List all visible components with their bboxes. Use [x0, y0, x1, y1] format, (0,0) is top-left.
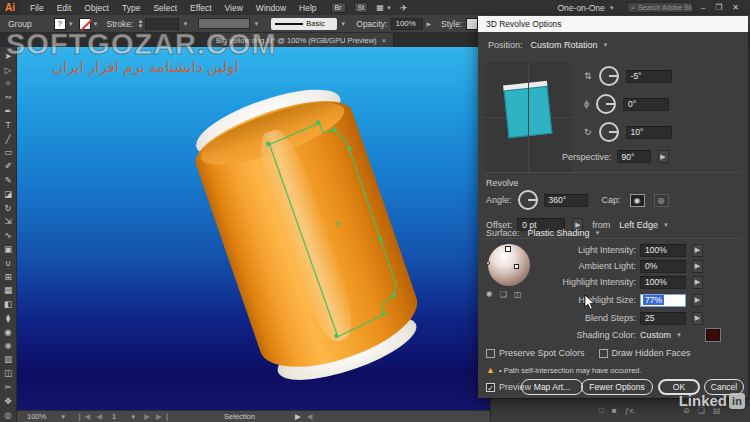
dialog-title[interactable]: 3D Revolve Options [478, 16, 748, 32]
tool-button[interactable]: ▷ [1, 63, 16, 77]
rotate-z-field[interactable]: 10° [626, 126, 672, 139]
menu-item[interactable]: Object [84, 3, 109, 13]
new-fill-icon[interactable]: ■ [612, 406, 617, 415]
track-cube-preview[interactable] [484, 62, 572, 172]
menu-item[interactable]: Help [299, 3, 316, 13]
track-cube[interactable] [504, 86, 553, 138]
stroke-chevron-icon[interactable]: ▼ [93, 21, 99, 27]
tool-button[interactable]: ✐ [1, 159, 16, 173]
tool-button[interactable]: ◫ [1, 366, 16, 380]
width-profile-chevron-icon[interactable]: ▼ [253, 21, 259, 27]
menu-item[interactable]: Window [256, 3, 286, 13]
cap-hollow-button[interactable]: ◎ [654, 194, 669, 207]
highlight-size-stepper[interactable]: ▶ [692, 294, 703, 307]
app-logo[interactable]: Ai [0, 0, 20, 15]
draw-hidden-checkbox[interactable] [599, 349, 608, 358]
menu-item[interactable]: Type [122, 3, 140, 13]
artboard-chevron-icon[interactable]: ▼ [130, 414, 136, 420]
workspace-switcher[interactable]: One-on-One ▼ [557, 3, 614, 13]
zoom-level[interactable]: 100% [27, 412, 46, 421]
tool-button[interactable]: ✥ [1, 394, 16, 408]
opacity-field[interactable]: 100% [391, 18, 423, 30]
shading-color-dropdown[interactable]: Custom ▼ [640, 330, 682, 340]
shading-color-swatch[interactable] [706, 329, 720, 341]
tool-button[interactable]: ⇲ [1, 215, 16, 229]
tool-button[interactable]: ◪ [1, 187, 16, 201]
highlight-size-field[interactable]: 77% [640, 294, 686, 307]
revolved-can-object[interactable] [184, 76, 431, 394]
close-button[interactable]: ✕ [732, 3, 739, 12]
perspective-field[interactable]: 90° [617, 150, 651, 163]
rotate-z-dial[interactable] [599, 122, 619, 142]
brush-chevron-icon[interactable]: ▼ [340, 21, 346, 27]
arrange-documents-icon[interactable]: ▦ ▼ [376, 3, 392, 12]
angle-field[interactable]: 360° [544, 194, 588, 207]
tool-button[interactable]: ∪ [1, 256, 16, 270]
map-art-button[interactable]: Map Art... [521, 379, 583, 395]
stroke-stepper[interactable]: ▲▼ [137, 19, 143, 29]
artboard-number[interactable]: 1 [112, 412, 116, 421]
surface-dropdown[interactable]: Plastic Shading ▼ [528, 228, 601, 238]
tool-button[interactable]: ◉ [1, 325, 16, 339]
bridge-button[interactable]: Br [331, 2, 346, 13]
tool-button[interactable]: ↻ [1, 201, 16, 215]
preview-checkbox[interactable]: ✓ [486, 383, 495, 392]
blend-steps-stepper[interactable]: ▶ [692, 312, 703, 325]
tool-button[interactable]: ▥ [1, 353, 16, 367]
tool-button[interactable]: ▭ [1, 146, 16, 160]
intensity-stepper[interactable]: ▶ [692, 276, 703, 289]
menu-item[interactable]: View [225, 3, 243, 13]
tool-button[interactable]: ∾ [1, 90, 16, 104]
tool-button[interactable]: T [1, 118, 16, 132]
tool-button[interactable]: ✒ [1, 104, 16, 118]
cap-solid-button[interactable]: ◉ [630, 194, 645, 207]
stroke-weight-chevron-icon[interactable]: ▼ [182, 21, 188, 27]
opacity-chevron-icon[interactable]: ▶ [426, 20, 431, 27]
search-input[interactable]: ⌕ Search Adobe Stock [627, 2, 693, 13]
intensity-stepper[interactable]: ▶ [692, 244, 703, 257]
tool-button[interactable]: ╱ [1, 132, 16, 146]
rotate-y-dial[interactable] [596, 94, 616, 114]
status-text[interactable]: Selection [224, 412, 255, 421]
preserve-spot-checkbox[interactable] [486, 349, 495, 358]
tool-button[interactable]: ✂ [1, 380, 16, 394]
tool-button[interactable]: ❋ [1, 339, 16, 353]
intensity-field[interactable]: 100% [640, 276, 686, 289]
menu-item[interactable]: Select [153, 3, 177, 13]
tool-button[interactable]: ⧫ [1, 311, 16, 325]
status-prev-icon[interactable]: ◀ [307, 412, 313, 421]
from-dropdown[interactable]: Left Edge ▼ [619, 220, 668, 230]
artboard-canvas[interactable] [17, 47, 490, 410]
tool-button[interactable]: ◧ [1, 297, 16, 311]
intensity-field[interactable]: 0% [640, 260, 686, 273]
blend-steps-field[interactable]: 25 [640, 312, 686, 325]
menu-item[interactable]: Edit [57, 3, 72, 13]
rotate-y-field[interactable]: 0° [623, 98, 669, 111]
perspective-stepper[interactable]: ▶ [658, 150, 669, 163]
new-effect-icon[interactable]: ƒx. [625, 406, 636, 415]
first-artboard-icon[interactable]: ❙◀ ◀ [76, 412, 104, 421]
tool-button[interactable]: ⊞ [1, 270, 16, 284]
menu-item[interactable]: File [30, 3, 44, 13]
share-icon[interactable]: ✈ [400, 3, 408, 13]
stock-button[interactable]: St [354, 2, 369, 13]
tool-button[interactable]: ◎ [1, 408, 16, 422]
new-stroke-icon[interactable]: □ [599, 406, 604, 415]
tool-button[interactable]: ✧ [1, 77, 16, 91]
intensity-field[interactable]: 100% [640, 244, 686, 257]
tab-close-icon[interactable]: × [382, 36, 387, 45]
position-dropdown[interactable]: Custom Rotation ▼ [531, 40, 609, 50]
fill-chevron-icon[interactable]: ▼ [68, 21, 74, 27]
last-artboard-icon[interactable]: ▶ ▶❙ [144, 412, 172, 421]
rotate-x-dial[interactable] [599, 66, 619, 86]
tool-button[interactable]: ∿ [1, 228, 16, 242]
restore-button[interactable]: ❐ [715, 3, 722, 12]
brush-definition-dropdown[interactable]: Basic [271, 18, 337, 30]
fewer-options-button[interactable]: Fewer Options [581, 379, 653, 395]
intensity-stepper[interactable]: ▶ [692, 260, 703, 273]
status-next-icon[interactable]: ▶ [295, 412, 301, 421]
minimize-button[interactable]: – [701, 3, 705, 12]
zoom-chevron-icon[interactable]: ▼ [60, 414, 66, 420]
style-swatch[interactable] [466, 18, 478, 30]
rotate-x-field[interactable]: -5° [626, 70, 672, 83]
